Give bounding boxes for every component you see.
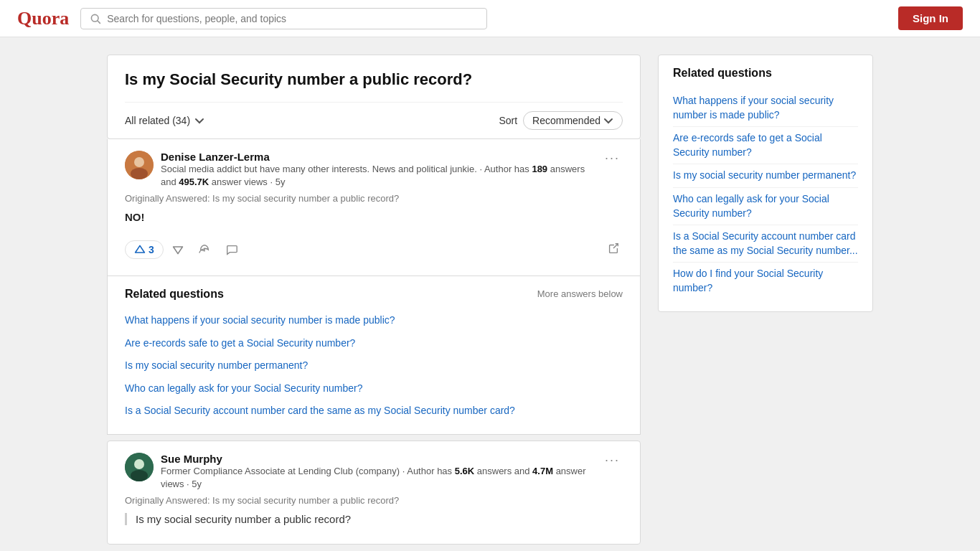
bio-mid-sue: answers and [474, 466, 532, 476]
sort-chevron-icon [603, 116, 613, 126]
author-info-sue: Sue Murphy Former Compliance Associate a… [125, 453, 602, 491]
author-name-sue: Sue Murphy [161, 453, 602, 465]
sidebar-link-1[interactable]: Are e-records safe to get a Social Secur… [673, 127, 858, 164]
svg-point-9 [134, 459, 144, 469]
related-inline-title: Related questions [125, 288, 224, 301]
downvote-icon [172, 244, 184, 255]
author-row-sue: Sue Murphy Former Compliance Associate a… [125, 453, 623, 491]
quora-logo[interactable]: Quora [17, 8, 69, 29]
author-bio-sue: Former Compliance Associate at Lending C… [161, 465, 602, 491]
comment-button-denise[interactable] [220, 240, 244, 259]
comment-icon [225, 243, 238, 256]
sidebar-link-4[interactable]: Is a Social Security account number card… [673, 225, 858, 263]
svg-marker-5 [136, 246, 145, 253]
question-title: Is my Social Security number a public re… [125, 70, 623, 90]
question-card: Is my Social Security number a public re… [107, 55, 641, 139]
more-options-sue[interactable]: ··· [602, 453, 623, 468]
related-link-2[interactable]: Is my social security number permanent? [125, 354, 623, 377]
header: Quora Sign In [0, 0, 980, 37]
author-info-denise: Denise Lanzer-Lerma Social media addict … [125, 151, 602, 189]
bio-end-denise: answer views · 5y [209, 176, 285, 187]
search-input[interactable] [107, 13, 478, 24]
sidebar-link-3[interactable]: Who can legally ask for your Social Secu… [673, 188, 858, 225]
answer-card-sue: Sue Murphy Former Compliance Associate a… [107, 441, 641, 545]
sign-in-button[interactable]: Sign In [898, 6, 963, 30]
svg-marker-6 [173, 247, 182, 254]
sidebar-link-2[interactable]: Is my social security number permanent? [673, 164, 858, 188]
svg-line-7 [613, 244, 618, 248]
avatar-denise [125, 151, 154, 179]
svg-point-3 [134, 157, 144, 167]
upvote-count-denise: 3 [149, 244, 154, 255]
sidebar-title: Related questions [673, 67, 858, 80]
author-name-denise: Denise Lanzer-Lerma [161, 151, 602, 163]
svg-point-10 [131, 470, 148, 481]
more-answers-below: More answers below [537, 288, 623, 299]
sort-label: Sort [499, 115, 517, 126]
action-left-denise: 3 [125, 240, 244, 259]
external-share-button[interactable] [604, 239, 623, 261]
share-button-denise[interactable] [192, 240, 217, 259]
all-related-label: All related (34) [125, 115, 190, 126]
originally-answered-sue: Originally Answered: Is my social securi… [125, 495, 623, 506]
downvote-button-denise[interactable] [166, 241, 189, 258]
related-questions-inline: Related questions More answers below Wha… [107, 276, 641, 435]
avatar-sue [125, 453, 154, 481]
bio-text-denise: Social media addict but have many other … [161, 164, 532, 174]
related-inline-header: Related questions More answers below [125, 288, 623, 301]
external-share-icon [607, 242, 620, 255]
blockquote-answer-sue: Is my social security number a public re… [125, 513, 623, 525]
action-row-denise: 3 [125, 233, 623, 264]
upvote-button-denise[interactable]: 3 [125, 240, 164, 259]
author-details-denise: Denise Lanzer-Lerma Social media addict … [161, 151, 602, 189]
bio-views-sue: 4.7M [532, 466, 553, 476]
recommended-label: Recommended [532, 115, 600, 126]
bio-text-sue: Former Compliance Associate at Lending C… [161, 466, 455, 476]
answer-text-denise: NO! [125, 211, 623, 223]
upvote-icon [134, 244, 146, 255]
bio-answers-denise: 189 [532, 164, 547, 174]
sidebar: Related questions What happens if your s… [658, 55, 873, 545]
originally-answered-denise: Originally Answered: Is my social securi… [125, 193, 623, 204]
bio-answers-sue: 5.6K [455, 466, 474, 476]
svg-line-1 [98, 20, 100, 23]
sort-dropdown[interactable]: Recommended [523, 111, 623, 130]
related-link-0[interactable]: What happens if your social security num… [125, 309, 623, 332]
svg-point-4 [131, 168, 148, 179]
related-link-1[interactable]: Are e-records safe to get a Social Secur… [125, 332, 623, 355]
author-row-denise: Denise Lanzer-Lerma Social media addict … [125, 151, 623, 189]
bio-views-denise: 495.7K [179, 176, 209, 187]
all-related-filter[interactable]: All related (34) [125, 115, 204, 126]
search-bar[interactable] [80, 8, 487, 29]
author-details-sue: Sue Murphy Former Compliance Associate a… [161, 453, 602, 491]
page-body: Is my Social Security number a public re… [95, 37, 885, 551]
sidebar-card: Related questions What happens if your s… [658, 55, 873, 312]
filter-row: All related (34) Sort Recommended [125, 102, 623, 138]
chevron-down-icon [194, 116, 204, 126]
share-icon [198, 243, 211, 256]
related-link-4[interactable]: Is a Social Security account number card… [125, 400, 623, 423]
search-icon [90, 13, 101, 24]
sort-controls: Sort Recommended [499, 111, 623, 130]
main-column: Is my Social Security number a public re… [107, 55, 641, 545]
author-bio-denise: Social media addict but have many other … [161, 163, 602, 189]
more-options-denise[interactable]: ··· [602, 151, 623, 166]
answer-card-denise: Denise Lanzer-Lerma Social media addict … [107, 139, 641, 276]
sidebar-link-0[interactable]: What happens if your social security num… [673, 90, 858, 127]
sidebar-link-5[interactable]: How do I find your Social Security numbe… [673, 263, 858, 299]
related-link-3[interactable]: Who can legally ask for your Social Secu… [125, 377, 623, 400]
